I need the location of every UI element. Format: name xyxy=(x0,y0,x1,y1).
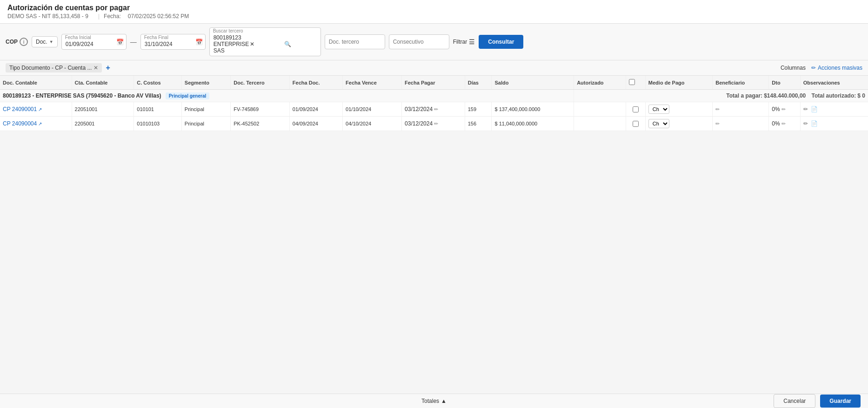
edit-obs-icon-2[interactable]: ✏ xyxy=(803,120,808,127)
columns-button[interactable]: Columnas xyxy=(781,65,806,71)
pencil-icon: ✏ xyxy=(811,65,816,71)
acciones-label: Acciones masivas xyxy=(818,65,862,71)
totales-label: Totales xyxy=(421,398,439,404)
segmento-cell-1: Principal xyxy=(181,102,230,117)
acciones-masivas-button[interactable]: ✏ Acciones masivas xyxy=(811,65,862,71)
consecutivo-input[interactable] xyxy=(389,34,449,49)
cancel-button[interactable]: Cancelar xyxy=(774,394,815,408)
th-cta-contable: Cta. Contable xyxy=(72,76,134,90)
page-title: Autorización de cuentas por pagar xyxy=(7,4,861,12)
header-subtitle: DEMO SAS - NIT 85,133,458 - 9 | Fecha: 0… xyxy=(7,13,861,20)
cta-contable-cell-1: 22051001 xyxy=(72,102,134,117)
th-autorizado: Autorizado xyxy=(574,76,626,90)
medio-pago-cell-1: Ch Ef Tr xyxy=(645,102,712,117)
filter-tags-bar: Tipo Documento - CP - Cuenta ... ✕ + Col… xyxy=(0,60,868,76)
chevron-down-icon: ▼ xyxy=(49,39,53,44)
th-fecha-pagar: Fecha Pagar xyxy=(402,76,465,90)
doc-tercero-input[interactable] xyxy=(325,34,385,49)
clear-tercero-icon[interactable]: ✕ xyxy=(249,41,283,47)
columns-label: Columnas xyxy=(781,65,806,71)
fecha-vence-cell-1: 01/10/2024 xyxy=(343,102,402,117)
remove-tag-icon[interactable]: ✕ xyxy=(93,65,98,71)
medio-pago-select-2[interactable]: Ch Ef Tr xyxy=(648,119,669,128)
autorizado-cell-2 xyxy=(574,117,626,131)
consultar-button[interactable]: Consultar xyxy=(479,35,523,49)
dto-cell-2: 0% ✏ xyxy=(769,117,800,131)
th-medio-pago: Medio de Pago xyxy=(645,76,712,90)
guardar-button[interactable]: Guardar xyxy=(820,395,861,408)
doc-tercero-cell-2: PK-452502 xyxy=(231,117,290,131)
file-icon-1[interactable]: 📄 xyxy=(811,106,818,112)
doc-link-2[interactable]: CP 24090004 ↗ xyxy=(3,120,69,127)
consultar-label: Consultar xyxy=(488,39,514,45)
fecha-pagar-cell-2: 03/12/2024 ✏ xyxy=(402,117,465,131)
doc-dropdown[interactable]: Doc. ▼ xyxy=(32,36,58,47)
date-value: 07/02/2025 02:56:52 PM xyxy=(128,13,189,20)
toolbar: COP i Doc. ▼ Fecha Inicial 📅 — Fecha Fin… xyxy=(0,24,868,60)
th-doc-tercero: Doc. Tercero xyxy=(231,76,290,90)
th-doc-contable: Doc. Contable xyxy=(0,76,72,90)
beneficiario-cell-2: ✏ xyxy=(713,117,769,131)
group-totals: Total a pagar: $148.440.000,00 Total aut… xyxy=(574,90,868,102)
file-icon-2[interactable]: 📄 xyxy=(811,120,818,127)
fecha-doc-cell-1: 01/09/2024 xyxy=(289,102,342,117)
fecha-final-label: Fecha Final xyxy=(144,35,168,40)
fecha-inicial-field: Fecha Inicial 📅 xyxy=(61,34,127,50)
fecha-vence-cell-2: 04/10/2024 xyxy=(343,117,402,131)
row-checkbox-2[interactable] xyxy=(633,121,639,127)
filtrar-button[interactable]: Filtrar ☰ xyxy=(453,38,475,46)
observaciones-cell-2: ✏ 📄 xyxy=(800,117,868,131)
th-fecha-vence: Fecha Vence xyxy=(343,76,402,90)
footer-bar: Totales ▲ Cancelar Guardar xyxy=(0,394,868,408)
date-label: Fecha: xyxy=(104,13,121,20)
edit-fecha-pagar-icon-1[interactable]: ✏ xyxy=(434,106,438,112)
fecha-doc-cell-2: 04/09/2024 xyxy=(289,117,342,131)
header-bar: Autorización de cuentas por pagar DEMO S… xyxy=(0,0,868,24)
th-observaciones: Observaciones xyxy=(800,76,868,90)
fecha-pagar-cell-1: 03/12/2024 ✏ xyxy=(402,102,465,117)
cop-label: COP xyxy=(6,39,18,45)
data-table: Doc. Contable Cta. Contable C. Costos Se… xyxy=(0,76,868,131)
principal-badge: Principal general xyxy=(166,92,210,99)
edit-beneficiario-icon-1[interactable]: ✏ xyxy=(715,106,720,112)
th-dias: Días xyxy=(465,76,492,90)
doc-link-1[interactable]: CP 24090001 ↗ xyxy=(3,106,69,112)
totales-button[interactable]: Totales ▲ xyxy=(421,398,447,404)
external-link-icon-2: ↗ xyxy=(38,121,42,126)
filtrar-label: Filtrar xyxy=(453,39,467,45)
table-header-row: Doc. Contable Cta. Contable C. Costos Se… xyxy=(0,76,868,90)
calendar-icon[interactable]: 📅 xyxy=(116,39,124,46)
checkbox-cell-1 xyxy=(626,102,645,117)
chevron-up-icon: ▲ xyxy=(441,398,447,404)
add-filter-icon[interactable]: + xyxy=(106,64,110,72)
cop-badge: COP i xyxy=(6,38,28,46)
doc-contable-cell: CP 24090001 ↗ xyxy=(0,102,72,117)
search-icon[interactable]: 🔍 xyxy=(283,41,318,47)
row-checkbox-1[interactable] xyxy=(633,106,639,112)
info-icon[interactable]: i xyxy=(20,38,28,46)
edit-beneficiario-icon-2[interactable]: ✏ xyxy=(715,121,720,126)
edit-dto-icon-2[interactable]: ✏ xyxy=(781,121,786,127)
th-fecha-doc: Fecha Doc. xyxy=(289,76,342,90)
main-content: Doc. Contable Cta. Contable C. Costos Se… xyxy=(0,76,868,394)
cta-contable-cell-2: 2205001 xyxy=(72,117,134,131)
medio-pago-select-1[interactable]: Ch Ef Tr xyxy=(648,105,669,114)
c-costos-cell-2: 01010103 xyxy=(134,117,182,131)
edit-obs-icon-1[interactable]: ✏ xyxy=(803,106,808,112)
calendar-icon-2[interactable]: 📅 xyxy=(195,39,203,46)
buscar-tercero-value: 800189123 ENTERPRISE SAS xyxy=(214,34,249,54)
tag-label: Tipo Documento - CP - Cuenta ... xyxy=(9,65,92,71)
dias-cell-2: 156 xyxy=(465,117,492,131)
th-segmento: Segmento xyxy=(181,76,230,90)
fecha-inicial-label: Fecha Inicial xyxy=(65,35,91,40)
buscar-tercero-label: Buscar tercero xyxy=(213,28,243,33)
buscar-tercero-field: Buscar tercero 800189123 ENTERPRISE SAS … xyxy=(209,27,321,56)
table-row: CP 24090001 ↗ 22051001 010101 Principal … xyxy=(0,102,868,117)
edit-fecha-pagar-icon-2[interactable]: ✏ xyxy=(434,121,438,126)
doc-contable-cell-2: CP 24090004 ↗ xyxy=(0,117,72,131)
select-all-checkbox[interactable] xyxy=(629,79,635,85)
observaciones-cell-1: ✏ 📄 xyxy=(800,102,868,117)
th-c-costos: C. Costos xyxy=(134,76,182,90)
edit-dto-icon-1[interactable]: ✏ xyxy=(781,106,786,112)
th-beneficiario: Beneficiario xyxy=(713,76,769,90)
